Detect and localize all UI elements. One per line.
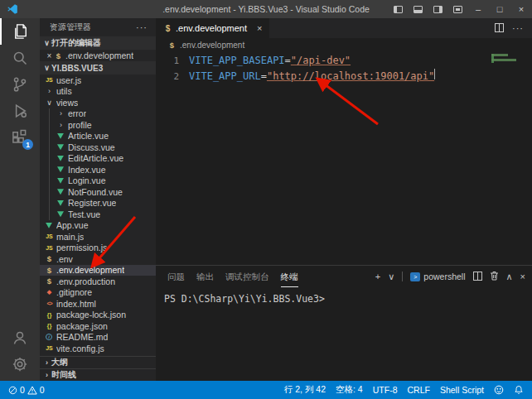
file-item-Login.vue[interactable]: Login.vue <box>40 175 156 187</box>
panel-tab-终端[interactable]: 终端 <box>281 266 298 287</box>
text-cursor <box>434 69 435 79</box>
folder-item-views[interactable]: ∨views <box>40 97 156 108</box>
minimap[interactable] <box>491 54 530 64</box>
timeline-section-header[interactable]: › 时间线 <box>40 368 156 381</box>
file-item-vite.config.js[interactable]: JSvite.config.js <box>40 343 156 354</box>
open-editors-list: ×$.env.development <box>40 50 156 61</box>
folder-item-error[interactable]: ›error <box>40 108 156 120</box>
vue-icon <box>57 156 64 161</box>
file-item-.env.development[interactable]: $.env.development <box>40 265 156 276</box>
file-item-package-lock.json[interactable]: {}package-lock.json <box>40 310 156 321</box>
item-label: main.js <box>56 232 84 242</box>
file-item-package.json[interactable]: {}package.json <box>40 320 156 332</box>
file-item-Discuss.vue[interactable]: Discuss.vue <box>40 142 156 153</box>
breadcrumb[interactable]: $ .env.development <box>156 38 532 51</box>
close-tab-icon[interactable]: × <box>257 23 262 33</box>
activity-source-control-icon[interactable] <box>0 71 40 98</box>
encoding-status[interactable]: UTF-8 <box>373 385 398 395</box>
maximize-button[interactable]: □ <box>489 0 510 18</box>
panel-tab-问题[interactable]: 问题 <box>167 266 185 287</box>
customize-layout-icon[interactable] <box>447 0 467 18</box>
feedback-smiley-icon[interactable] <box>494 385 504 395</box>
split-editor-icon[interactable] <box>495 21 504 36</box>
shell-env-icon: $ <box>45 254 54 263</box>
file-item-Register.vue[interactable]: Register.vue <box>40 198 156 209</box>
code-line-1[interactable]: 1VITE_APP_BASEAPI="/api-dev" <box>156 53 532 69</box>
cursor-position-status[interactable]: 行 2, 列 42 <box>284 384 326 396</box>
terminal-content[interactable]: PS D:\CSharp\Yi\Yi.BBS.Vue3> <box>156 287 532 381</box>
file-item-.env.production[interactable]: $.env.production <box>40 276 156 287</box>
settings-gear-icon[interactable] <box>0 351 40 377</box>
project-root-label: YI.BBS.VUE3 <box>51 64 103 73</box>
item-label: .gitignore <box>56 287 92 297</box>
file-item-permission.js[interactable]: JSpermission.js <box>40 243 156 254</box>
minimize-button[interactable]: – <box>467 0 489 18</box>
language-mode-status[interactable]: Shell Script <box>440 385 484 395</box>
indentation-status[interactable]: 空格: 4 <box>336 384 363 396</box>
activity-extensions-icon[interactable]: 1 <box>0 124 40 151</box>
activity-bar: 1 <box>0 18 40 381</box>
file-item-App.vue[interactable]: App.vue <box>40 220 156 232</box>
open-editor-label: .env.development <box>65 50 133 60</box>
folder-item-profile[interactable]: ›profile <box>40 119 156 131</box>
timeline-label: 时间线 <box>51 369 76 381</box>
breadcrumb-file[interactable]: .env.development <box>180 41 244 50</box>
close-window-button[interactable]: × <box>510 0 532 18</box>
terminal-prompt: PS D:\CSharp\Yi\Yi.BBS.Vue3> <box>164 293 325 305</box>
vscode-logo-icon <box>7 3 18 15</box>
vue-icon <box>57 144 64 150</box>
file-item-Index.vue[interactable]: Index.vue <box>40 164 156 175</box>
item-label: Article.vue <box>68 131 109 141</box>
open-editors-header[interactable]: ∨ 打开的编辑器 <box>40 36 156 50</box>
maximize-panel-chevron-icon[interactable]: ∧ <box>506 272 513 281</box>
shell-selector[interactable]: > powershell <box>410 272 465 281</box>
close-editor-icon[interactable]: × <box>45 51 54 60</box>
status-bar: 0 0 行 2, 列 42 空格: 4 UTF-8 CRLF Shell Scr… <box>0 381 532 399</box>
file-item-.gitignore[interactable]: ◆.gitignore <box>40 287 156 299</box>
folder-item-utils[interactable]: ›utils <box>40 86 156 98</box>
explorer-more-actions-icon[interactable]: ··· <box>136 22 148 32</box>
file-item-main.js[interactable]: JSmain.js <box>40 231 156 243</box>
open-editor-item[interactable]: ×$.env.development <box>40 50 156 61</box>
env-key-token: VITE_APP_BASEAPI <box>189 53 285 69</box>
tab-env-development[interactable]: $ .env.development × <box>156 18 269 38</box>
toggle-secondary-sidebar-icon[interactable] <box>428 0 447 18</box>
item-label: utils <box>56 86 72 96</box>
terminal-dropdown-chevron-icon[interactable]: ∨ <box>388 272 394 281</box>
file-item-NotFound.vue[interactable]: NotFound.vue <box>40 186 156 198</box>
split-terminal-icon[interactable] <box>473 272 482 282</box>
outline-section-header[interactable]: › 大纲 <box>40 356 156 368</box>
close-panel-icon[interactable]: × <box>520 272 525 281</box>
panel-tab-输出[interactable]: 输出 <box>196 266 214 287</box>
item-label: NotFound.vue <box>68 187 123 197</box>
file-item-Test.vue[interactable]: Test.vue <box>40 209 156 220</box>
account-icon[interactable] <box>0 324 40 351</box>
problems-status[interactable]: 0 0 <box>8 385 45 395</box>
toggle-panel-icon[interactable] <box>408 0 428 18</box>
toggle-primary-sidebar-icon[interactable] <box>388 0 408 18</box>
panel-tab-调试控制台[interactable]: 调试控制台 <box>225 266 269 287</box>
item-label: package-lock.json <box>56 310 126 320</box>
editor-more-actions-icon[interactable]: ··· <box>512 23 524 33</box>
new-terminal-icon[interactable]: + <box>375 272 380 281</box>
chevron-right-icon: › <box>45 87 54 95</box>
editor-actions: ··· <box>495 18 532 38</box>
file-item-Article.vue[interactable]: Article.vue <box>40 131 156 142</box>
project-root-header[interactable]: ∨ YI.BBS.VUE3 <box>40 61 156 75</box>
file-item-README.md[interactable]: iREADME.md <box>40 332 156 344</box>
js-icon: JS <box>45 77 54 83</box>
file-item-.env[interactable]: $.env <box>40 253 156 265</box>
activity-search-icon[interactable] <box>0 45 40 71</box>
file-item-user.js[interactable]: JSuser.js <box>40 75 156 86</box>
activity-explorer-icon[interactable] <box>0 18 40 45</box>
indent-guide <box>49 119 56 131</box>
notifications-bell-icon[interactable] <box>514 385 524 395</box>
code-editor[interactable]: 1VITE_APP_BASEAPI="/api-dev"2VITE_APP_UR… <box>156 51 532 265</box>
kill-terminal-trash-icon[interactable] <box>490 271 499 282</box>
file-item-index.html[interactable]: <>index.html <box>40 298 156 310</box>
activity-run-debug-icon[interactable] <box>0 98 40 124</box>
file-item-EditArticle.vue[interactable]: EditArticle.vue <box>40 153 156 165</box>
warnings-count: 0 <box>40 385 45 395</box>
eol-status[interactable]: CRLF <box>407 385 429 395</box>
code-line-2[interactable]: 2VITE_APP_URL="http://localhost:19001/ap… <box>156 69 532 84</box>
